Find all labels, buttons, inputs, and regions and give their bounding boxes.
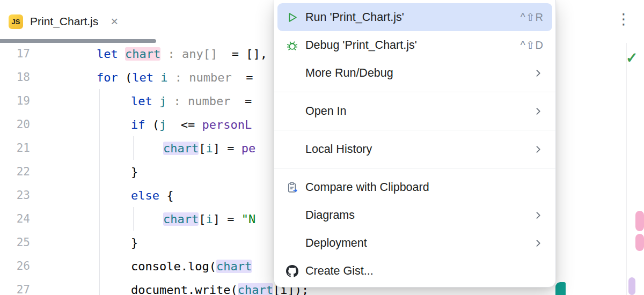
code-text: chart[i] = "N	[97, 212, 255, 226]
code-token: pe	[241, 142, 256, 155]
code-line[interactable]: 19let j : number =	[0, 89, 259, 113]
code-text: if (j <= personL	[97, 118, 252, 131]
code-token: console.log(	[131, 260, 216, 273]
code-text: }	[97, 165, 138, 179]
code-text: for (let i : number =	[97, 71, 253, 84]
code-token: <=	[166, 118, 202, 131]
code-line[interactable]: 24chart[i] = "N	[0, 207, 255, 231]
code-token: [	[199, 212, 206, 226]
code-token: (	[145, 118, 160, 131]
menu-item-open-in[interactable]: Open In	[277, 97, 552, 125]
scrollbar-highlight-mark[interactable]	[628, 277, 635, 295]
context-menu: Run 'Print_Chart.js'^⇧RDebug 'Print_Char…	[274, 0, 556, 287]
menu-item-local-history[interactable]: Local History	[277, 135, 552, 163]
code-text: chart[i] = pe	[97, 142, 255, 155]
scrollbar-highlight-mark[interactable]	[635, 211, 644, 231]
code-token: }	[131, 236, 138, 249]
code-line[interactable]: 21chart[i] = pe	[0, 136, 255, 160]
code-token: else	[131, 189, 159, 202]
code-token: [	[199, 142, 206, 155]
menu-item-run-print-chart-js[interactable]: Run 'Print_Chart.js'^⇧R	[277, 3, 552, 31]
line-number[interactable]: 23	[0, 189, 30, 202]
clipboard-icon	[286, 181, 302, 194]
debug-icon	[286, 39, 302, 51]
code-line[interactable]: 27document.write(chart[i]);	[0, 278, 309, 295]
scrollbar-highlight-mark[interactable]	[635, 234, 644, 251]
code-token: j	[159, 118, 166, 131]
menu-item-diagrams[interactable]: Diagrams	[277, 201, 552, 229]
code-line[interactable]: 18for (let i : number =	[0, 65, 253, 89]
menu-item-debug-print-chart-js[interactable]: Debug 'Print_Chart.js'^⇧D	[277, 31, 552, 59]
submenu-chevron-icon	[533, 145, 543, 154]
tab-close-icon[interactable]: ×	[111, 15, 118, 28]
code-token: {	[159, 189, 174, 202]
code-token: [],	[246, 47, 267, 61]
code-line[interactable]: 20if (j <= personL	[0, 113, 252, 136]
teal-notification-widget[interactable]	[555, 282, 566, 295]
line-number[interactable]: 17	[0, 47, 30, 60]
line-number[interactable]: 25	[0, 236, 30, 249]
context-menu-list: Run 'Print_Chart.js'^⇧RDebug 'Print_Char…	[274, 3, 555, 285]
menu-separator	[274, 130, 555, 130]
code-text: let j : number =	[97, 94, 259, 108]
code-token	[153, 71, 160, 84]
highlighted-token: chart	[163, 212, 199, 226]
code-token: for	[97, 71, 118, 84]
github-icon	[286, 265, 302, 277]
submenu-chevron-icon	[533, 69, 543, 78]
code-token: : number	[174, 94, 231, 108]
line-number[interactable]: 18	[0, 71, 30, 84]
code-token: =	[232, 71, 253, 84]
menu-item-label: Run 'Print_Chart.js'	[305, 11, 520, 24]
code-text: else {	[97, 189, 173, 202]
code-line[interactable]: 26console.log(chart	[0, 254, 252, 278]
menu-item-create-gist[interactable]: Create Gist...	[277, 257, 552, 285]
line-number[interactable]: 19	[0, 94, 30, 107]
code-line[interactable]: 17let chart : any[] = [],	[0, 42, 267, 65]
tab-print-chart[interactable]: JS Print_Chart.js ×	[9, 9, 118, 34]
menu-separator	[274, 168, 555, 168]
line-number[interactable]: 22	[0, 165, 30, 178]
inspections-check-icon[interactable]: ✓	[626, 49, 638, 67]
code-token: document.write(	[131, 283, 238, 295]
line-number[interactable]: 26	[0, 260, 30, 272]
menu-shortcut: ^⇧R	[520, 11, 544, 24]
code-token: (	[118, 71, 133, 84]
code-token	[160, 47, 167, 61]
menu-item-deployment[interactable]: Deployment	[277, 229, 552, 257]
menu-item-label: Diagrams	[305, 209, 533, 222]
run-icon	[286, 11, 302, 24]
code-token: "N	[241, 212, 256, 226]
menu-item-label: Create Gist...	[305, 264, 544, 278]
tab-title: Print_Chart.js	[30, 15, 98, 28]
menu-item-label: Deployment	[305, 237, 533, 250]
code-token: : number	[175, 71, 232, 84]
highlighted-token: chart	[216, 260, 252, 273]
code-token: i	[206, 142, 213, 155]
code-token: let	[97, 47, 125, 61]
menu-item-compare-with-clipboard[interactable]: Compare with Clipboard	[277, 173, 552, 201]
line-number[interactable]: 20	[0, 118, 30, 131]
code-token	[168, 71, 175, 84]
code-token: personL	[202, 118, 252, 131]
menu-shortcut: ^⇧D	[520, 39, 544, 51]
highlighted-token: chart	[125, 47, 160, 61]
scrollbar-separator	[626, 43, 627, 295]
code-token: let	[132, 71, 153, 84]
line-number[interactable]: 27	[0, 283, 30, 295]
javascript-file-icon: JS	[9, 14, 23, 29]
code-token: j	[159, 94, 166, 108]
code-line[interactable]: 25}	[0, 231, 138, 254]
line-number[interactable]: 21	[0, 142, 30, 154]
code-line[interactable]: 22}	[0, 160, 138, 183]
line-number[interactable]: 24	[0, 212, 30, 225]
highlighted-token: chart	[238, 283, 273, 295]
code-token: =	[230, 94, 259, 108]
code-token: ] =	[213, 142, 241, 155]
menu-item-more-run-debug[interactable]: More Run/Debug	[277, 59, 552, 87]
code-token: ] =	[213, 212, 241, 226]
code-token: : any[]	[167, 47, 217, 61]
more-options-icon[interactable]: ⋮	[616, 12, 631, 27]
code-line[interactable]: 23else {	[0, 183, 173, 207]
submenu-chevron-icon	[533, 107, 543, 116]
